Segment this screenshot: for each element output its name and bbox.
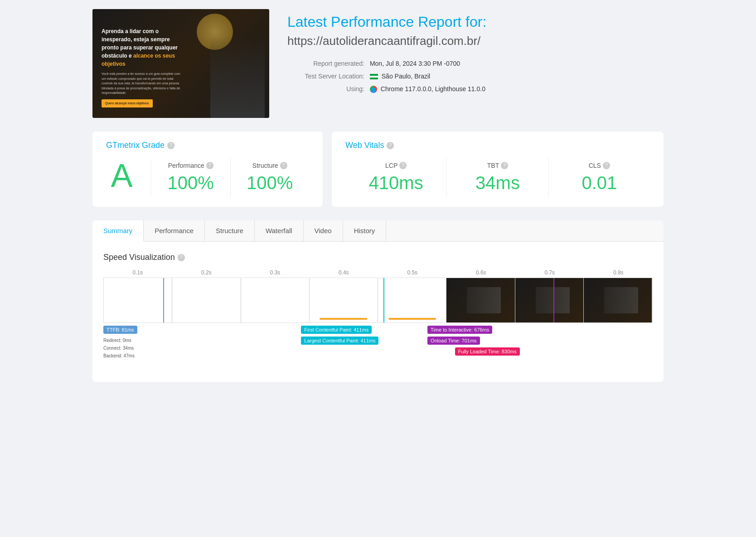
tab-video[interactable]: Video (304, 220, 343, 241)
performance-help-icon[interactable]: ? (206, 162, 213, 169)
time-axis: 0.1s 0.2s 0.3s 0.4s 0.5s 0.6s 0.7s 0.8s (103, 269, 653, 276)
tabs-section: Summary Performance Structure Waterfall … (92, 220, 664, 382)
website-screenshot: Aprenda a lidar com o inesperado, esteja… (92, 9, 269, 118)
frame-2 (172, 278, 241, 322)
lcp-value: 410ms (354, 173, 437, 193)
time-label-08: 0.8s (584, 269, 653, 276)
lcp-marker (383, 278, 384, 322)
test-server-label: Test Server Location: (287, 70, 364, 83)
frame-1 (104, 278, 172, 322)
web-vitals-title: Web Vitals (345, 141, 384, 150)
tab-waterfall[interactable]: Waterfall (255, 220, 304, 241)
frame-7 (515, 278, 584, 322)
tabs-nav: Summary Performance Structure Waterfall … (92, 220, 664, 242)
tbt-help-icon[interactable]: ? (501, 162, 508, 169)
annotation-row: TTFB: 81ms Redirect: 0ms Connect: 34ms B… (103, 326, 653, 371)
time-label-06: 0.6s (447, 269, 516, 276)
test-server-value: São Paulo, Brazil (382, 73, 430, 80)
lcp-label: LCP ? (354, 162, 437, 169)
tab-history[interactable]: History (343, 220, 387, 241)
time-label-03: 0.3s (241, 269, 310, 276)
cls-vital: CLS ? 0.01 (549, 157, 650, 198)
ttfb-backend: Backend: 47ms (103, 352, 135, 360)
tbt-label: TBT ? (456, 162, 539, 169)
gtmetrix-grade-help-icon[interactable]: ? (167, 142, 174, 149)
performance-metric: Performance ? 100% (151, 157, 231, 198)
screenshot-frame-6 (446, 278, 514, 322)
report-meta: Report generated: Mon, Jul 8, 2024 3:30 … (287, 57, 664, 95)
tbt-vital: TBT ? 34ms (447, 157, 548, 198)
ttfb-connect: Connect: 34ms (103, 344, 135, 352)
frame-6 (446, 278, 515, 322)
time-label-01: 0.1s (103, 269, 172, 276)
web-vitals-help-icon[interactable]: ? (387, 142, 394, 149)
tab-content-summary: Speed Visualization ? 0.1s 0.2s 0.3s 0.4… (92, 242, 664, 382)
performance-label: Performance ? (165, 162, 217, 169)
grade-content: A Performance ? 100% Structure ? (106, 157, 309, 198)
timeline-frames (103, 278, 653, 323)
test-server-row: Test Server Location: São Paulo, Brazil (287, 70, 664, 83)
grade-metrics: Performance ? 100% Structure ? 100% (151, 157, 309, 198)
tab-summary[interactable]: Summary (92, 220, 144, 242)
loading-bar-5 (388, 318, 436, 320)
loading-bar-4 (320, 318, 367, 320)
frame-4 (310, 278, 378, 322)
report-generated-label: Report generated: (287, 57, 364, 70)
time-label-05: 0.5s (378, 269, 447, 276)
lcp-help-icon[interactable]: ? (399, 162, 407, 169)
screenshot-frame-7 (515, 278, 583, 322)
structure-metric: Structure ? 100% (231, 157, 310, 198)
report-title: Latest Performance Report for: (287, 14, 664, 30)
cls-value: 0.01 (558, 173, 641, 193)
report-url: https://autoliderancaantifragil.com.br/ (287, 34, 664, 48)
vitals-content: LCP ? 410ms TBT ? 34ms CLS ? (345, 157, 650, 198)
ttfb-sub-info: Redirect: 0ms Connect: 34ms Backend: 47m… (103, 337, 135, 360)
gtmetrix-section-header: GTmetrix Grade ? (106, 141, 309, 150)
web-vitals-card: Web Vitals ? LCP ? 410ms TBT ? 34ms (332, 132, 664, 207)
using-value: Chrome 117.0.0.0, Lighthouse 11.0.0 (381, 85, 485, 93)
chrome-icon (370, 86, 377, 93)
screenshot-frame-8 (584, 278, 652, 322)
using-row: Using: Chrome 117.0.0.0, Lighthouse 11.0… (287, 83, 664, 95)
ttfb-badge: TTFB: 81ms (103, 326, 137, 334)
lcp-badge: Largest Contentful Paint: 411ms (301, 337, 378, 345)
ttfb-redirect: Redirect: 0ms (103, 337, 135, 344)
tab-performance[interactable]: Performance (144, 220, 205, 241)
frame-5 (378, 278, 446, 322)
time-label-07: 0.7s (515, 269, 584, 276)
viz-wrapper: TTFB: 81ms Redirect: 0ms Connect: 34ms B… (103, 278, 653, 371)
report-generated-row: Report generated: Mon, Jul 8, 2024 3:30 … (287, 57, 664, 70)
fcp-badge: First Contentful Paint: 411ms (301, 326, 372, 334)
time-label-02: 0.2s (172, 269, 241, 276)
header-section: Aprenda a lidar com o inesperado, esteja… (92, 9, 664, 118)
structure-value: 100% (244, 173, 296, 193)
frame-8 (584, 278, 652, 322)
time-label-04: 0.4s (310, 269, 378, 276)
tbt-value: 34ms (456, 173, 539, 193)
speed-viz-help-icon[interactable]: ? (178, 254, 185, 261)
brazil-flag-icon (370, 74, 378, 79)
report-info: Latest Performance Report for: https://a… (287, 9, 664, 95)
gtmetrix-grade-title: GTmetrix Grade (106, 141, 165, 150)
lcp-vital: LCP ? 410ms (345, 157, 447, 198)
tab-structure[interactable]: Structure (205, 220, 255, 241)
speed-viz-title: Speed Visualization ? (103, 253, 653, 262)
structure-help-icon[interactable]: ? (280, 162, 287, 169)
grades-section: GTmetrix Grade ? A Performance ? 100% (92, 132, 664, 207)
tti-badge: Time to Interactive: 676ms (427, 326, 492, 334)
ttfb-marker (163, 278, 164, 322)
web-vitals-section-header: Web Vitals ? (345, 141, 650, 150)
onload-badge: Onload Time: 701ms (427, 337, 480, 345)
gtmetrix-grade-card: GTmetrix Grade ? A Performance ? 100% (92, 132, 323, 207)
cls-label: CLS ? (558, 162, 641, 169)
structure-label: Structure ? (244, 162, 296, 169)
grade-letter: A (106, 159, 151, 196)
report-generated-value: Mon, Jul 8, 2024 3:30 PM -0700 (370, 60, 460, 67)
frame-3 (241, 278, 310, 322)
performance-value: 100% (165, 173, 217, 193)
using-label: Using: (287, 83, 364, 95)
cls-help-icon[interactable]: ? (603, 162, 610, 169)
fully-badge: Fully Loaded Time: 830ms (455, 347, 520, 356)
tti-marker (553, 278, 554, 322)
